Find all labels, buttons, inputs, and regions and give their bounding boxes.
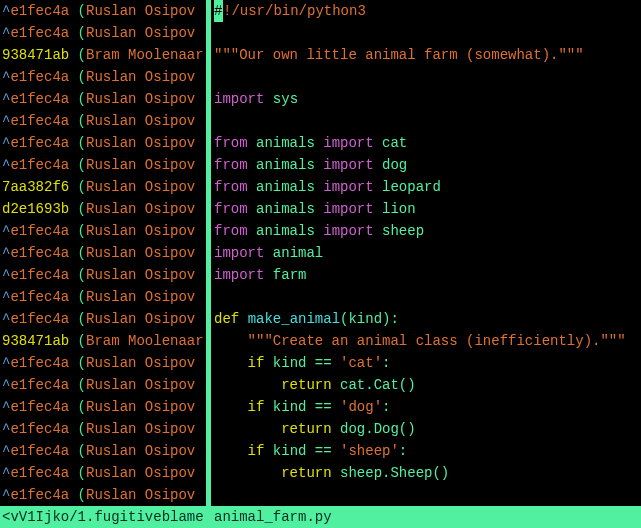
blame-line[interactable]: ^e1fec4a (Ruslan Osipov bbox=[2, 286, 205, 308]
blame-line[interactable]: ^e1fec4a (Ruslan Osipov bbox=[2, 396, 205, 418]
blame-line[interactable]: ^e1fec4a (Ruslan Osipov bbox=[2, 220, 205, 242]
code-line[interactable]: from animals import sheep bbox=[214, 220, 641, 242]
blame-line[interactable]: ^e1fec4a (Ruslan Osipov bbox=[2, 22, 205, 44]
code-line[interactable]: from animals import leopard bbox=[214, 176, 641, 198]
code-line[interactable] bbox=[214, 110, 641, 132]
code-line[interactable]: from animals import dog bbox=[214, 154, 641, 176]
blame-line[interactable]: ^e1fec4a (Ruslan Osipov bbox=[2, 308, 205, 330]
blame-line[interactable]: ^e1fec4a (Ruslan Osipov bbox=[2, 264, 205, 286]
blame-line[interactable]: ^e1fec4a (Ruslan Osipov bbox=[2, 462, 205, 484]
code-line[interactable] bbox=[214, 286, 641, 308]
code-line[interactable]: def make_animal(kind): bbox=[214, 308, 641, 330]
code-line[interactable] bbox=[214, 66, 641, 88]
code-line[interactable]: if kind == 'dog': bbox=[214, 396, 641, 418]
blame-pane[interactable]: ^e1fec4a (Ruslan Osipov^e1fec4a (Ruslan … bbox=[0, 0, 205, 506]
blame-line[interactable]: ^e1fec4a (Ruslan Osipov bbox=[2, 484, 205, 506]
blame-line[interactable]: ^e1fec4a (Ruslan Osipov bbox=[2, 418, 205, 440]
code-line[interactable]: import animal bbox=[214, 242, 641, 264]
blame-line[interactable]: 938471ab (Bram Moolenaar bbox=[2, 44, 205, 66]
blame-line[interactable]: 7aa382f6 (Ruslan Osipov bbox=[2, 176, 205, 198]
editor-area[interactable]: ^e1fec4a (Ruslan Osipov^e1fec4a (Ruslan … bbox=[0, 0, 641, 506]
code-line[interactable]: if kind == 'cat': bbox=[214, 352, 641, 374]
blame-line[interactable]: ^e1fec4a (Ruslan Osipov bbox=[2, 66, 205, 88]
blame-line[interactable]: 938471ab (Bram Moolenaar bbox=[2, 330, 205, 352]
code-line[interactable]: #!/usr/bin/python3 bbox=[214, 0, 641, 22]
cursor: # bbox=[214, 0, 223, 22]
blame-line[interactable]: ^e1fec4a (Ruslan Osipov bbox=[2, 440, 205, 462]
code-line[interactable]: return sheep.Sheep() bbox=[214, 462, 641, 484]
code-line[interactable]: """Our own little animal farm (somewhat)… bbox=[214, 44, 641, 66]
blame-line[interactable]: d2e1693b (Ruslan Osipov bbox=[2, 198, 205, 220]
status-bar: <vV1Ijko/1.fugitiveblame animal_farm.py bbox=[0, 506, 641, 528]
code-line[interactable]: if kind == 'sheep': bbox=[214, 440, 641, 462]
code-line[interactable]: return dog.Dog() bbox=[214, 418, 641, 440]
code-line[interactable]: import sys bbox=[214, 88, 641, 110]
blame-line[interactable]: ^e1fec4a (Ruslan Osipov bbox=[2, 154, 205, 176]
code-line[interactable]: from animals import cat bbox=[214, 132, 641, 154]
blame-line[interactable]: ^e1fec4a (Ruslan Osipov bbox=[2, 132, 205, 154]
blame-line[interactable]: ^e1fec4a (Ruslan Osipov bbox=[2, 110, 205, 132]
status-right: animal_farm.py bbox=[214, 506, 641, 528]
code-line[interactable]: """Create an animal class (inefficiently… bbox=[214, 330, 641, 352]
blame-line[interactable]: ^e1fec4a (Ruslan Osipov bbox=[2, 374, 205, 396]
code-line[interactable]: import farm bbox=[214, 264, 641, 286]
blame-line[interactable]: ^e1fec4a (Ruslan Osipov bbox=[2, 242, 205, 264]
split-gutter[interactable] bbox=[205, 0, 212, 506]
blame-line[interactable]: ^e1fec4a (Ruslan Osipov bbox=[2, 88, 205, 110]
code-line[interactable]: return cat.Cat() bbox=[214, 374, 641, 396]
blame-line[interactable]: ^e1fec4a (Ruslan Osipov bbox=[2, 0, 205, 22]
blame-line[interactable]: ^e1fec4a (Ruslan Osipov bbox=[2, 352, 205, 374]
code-line[interactable]: from animals import lion bbox=[214, 198, 641, 220]
code-pane[interactable]: #!/usr/bin/python3 """Our own little ani… bbox=[212, 0, 641, 506]
status-left: <vV1Ijko/1.fugitiveblame bbox=[2, 506, 214, 528]
code-line[interactable] bbox=[214, 22, 641, 44]
